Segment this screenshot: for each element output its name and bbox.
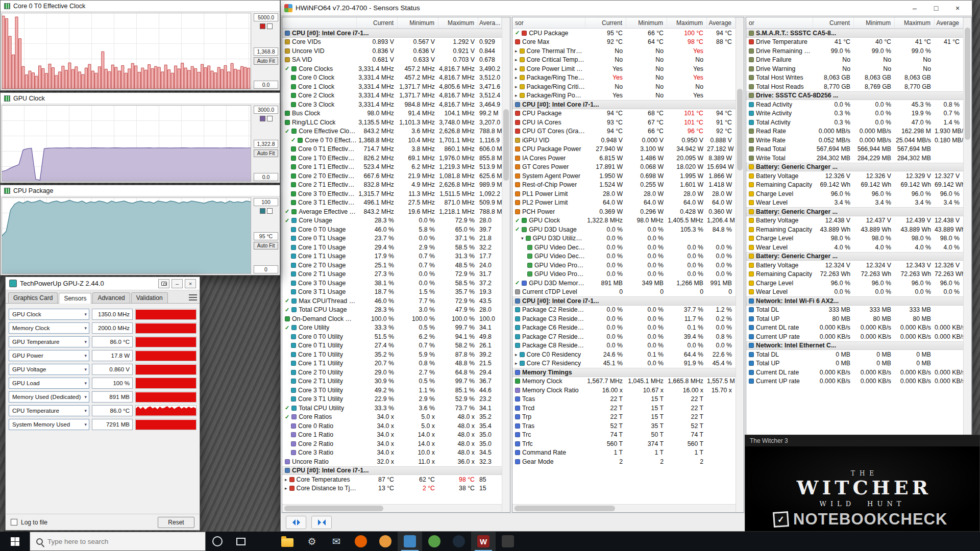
column-header-sensor[interactable] [282, 17, 357, 28]
sensor-row[interactable]: Package C2 Residency0.0 %0.0 %37.7 %1.2 … [512, 306, 736, 315]
sensor-row[interactable]: Core 0 Clock3,331.4 MHz457.2 MHz4,816.7 … [282, 73, 502, 83]
gpuz-titlebar[interactable]: TechPowerUp GPU-Z 2.44.0 – × [6, 277, 200, 290]
sensor-row[interactable]: Core 1 T0 Usage29.4 %2.9 %58.5 %32.2 [282, 243, 502, 252]
sensor-row[interactable]: PL2 Power Limit64.0 W64.0 W64.0 W64.0 W [512, 198, 736, 208]
column-header-average[interactable]: Average [935, 17, 963, 28]
sensor-row[interactable]: Package C7 Residency0.0 %0.0 %39.4 %0.8 … [512, 332, 736, 341]
sensor-row[interactable]: ✓GPU Clock1,322.8 MHz98.0 MHz1,405.5 MHz… [512, 216, 736, 226]
sensor-row[interactable]: Charge Level98.0 %98.0 %98.0 %98.0 % [746, 234, 963, 243]
graph-window-titlebar[interactable]: GPU Clock [1, 93, 280, 104]
gpuz-sensor-select[interactable]: GPU Temperature▾ [9, 336, 89, 347]
sensor-row[interactable]: Core 0 Ratio34.0 x5.0 x48.0 x35.4 [282, 421, 502, 431]
expand-arrow-icon[interactable]: ▸ [285, 486, 287, 491]
gpuz-sensor-select[interactable]: Memory Clock▾ [9, 322, 89, 334]
sensor-row[interactable]: CPU GT Cores (Graphics)94 °C66 °C96 °C92… [512, 127, 736, 136]
sensor-row[interactable]: Package C8 Residency0.0 %0.0 %0.0 %0.0 % [512, 341, 736, 350]
sensor-group-header[interactable]: Memory Timings [512, 368, 736, 377]
sensor-group-header[interactable]: S.M.A.R.T.: SSSTC CA5-8... [746, 29, 963, 38]
column-header-current[interactable]: Current [813, 17, 854, 28]
task-view-button[interactable] [229, 532, 253, 551]
scrollbar-thumb[interactable] [737, 89, 743, 170]
sensor-row[interactable]: Uncore Ratio32.0 x11.0 x36.0 x32.3 [282, 457, 502, 466]
search-input[interactable] [47, 538, 199, 545]
sensor-group-header[interactable]: CPU [#0]: Intel Core i7-1... [282, 29, 502, 38]
witcher3-icon[interactable]: W [471, 532, 496, 551]
sensor-row[interactable]: Core 2 T1 Effective Cl...832.8 MHz4.9 MH… [282, 181, 502, 190]
sensor-row[interactable]: Uncore VID0.836 V0.636 V0.921 V0.844 [282, 46, 502, 56]
sensor-row[interactable]: ▸Core C7 Residency45.1 %0.0 %91.9 %45.4 … [512, 359, 736, 368]
scale-min-box[interactable]: 0.0 [254, 81, 278, 89]
sensor-row[interactable]: ▸Package/Ring Thermal Th...YesNoYes [512, 73, 736, 83]
column-header-current[interactable]: Current [357, 17, 398, 28]
sensor-row[interactable]: ▸Package/Ring Power Limit...YesNoYes [512, 91, 736, 101]
sensor-row[interactable]: Core 2 T1 Usage27.3 %0.0 %72.9 %31.7 [282, 270, 502, 279]
sensor-row[interactable]: Battery Voltage12.324 V12.324 V12.343 V1… [746, 261, 963, 270]
sensor-row[interactable]: iGPU VID0.948 V0.000 V0.950 V0.888 V [512, 136, 736, 145]
sensor-row[interactable]: Core 0 T0 Utility51.5 %6.2 %94.1 %49.8 [282, 332, 502, 341]
sensor-row[interactable]: ✓Core Utility33.3 %0.5 %99.7 %34.1 [282, 323, 502, 333]
sensor-row[interactable]: ✓Average Effective Clock843.2 MHz19.6 MH… [282, 207, 502, 216]
sensor-row[interactable]: ▸Core Power Limit Exce...YesNoYes [512, 64, 736, 73]
close-button[interactable]: × [947, 1, 968, 15]
sensor-row[interactable]: Core 0 T1 Effective Cl...714.7 MHz3.8 MH… [282, 145, 502, 154]
sensor-row[interactable]: ✓Total CPU Utility33.3 %3.6 %73.7 %34.1 [282, 404, 502, 413]
sensor-group-header[interactable]: CPU [#0]: Intel Core i7-1... [512, 100, 736, 109]
sensor-row[interactable]: Gear Mode222 [512, 457, 736, 466]
series-checkbox[interactable] [267, 23, 273, 29]
sensor-row[interactable]: ▾GPU D3D Utilizations0.0 %0.0 % [512, 234, 736, 243]
series-color-swatch[interactable] [260, 23, 265, 29]
sensor-row[interactable]: Write Total284,302 MB284,229 MB284,302 M… [746, 154, 963, 163]
sensor-group-header[interactable]: Battery: Generic Charger ... [746, 207, 963, 216]
auto-fit-button[interactable]: Auto Fit [254, 149, 278, 157]
sensor-row[interactable]: Total Host Reads8,770 GB8,769 GB8,770 GB [746, 82, 963, 91]
sensor-row[interactable]: Total DL0 MB0 MB0 MB [746, 350, 963, 359]
sensor-row[interactable]: Core 2 T0 Utility29.0 %2.7 %64.8 %29.4 [282, 368, 502, 377]
sensor-row[interactable]: GPU Video Decode 1 ...0.0 %0.0 %0.0 %0.0… [512, 252, 736, 261]
sensor-row[interactable]: Total Activity0.3 %0.0 %47.0 %1.4 % [746, 118, 963, 127]
sensor-row[interactable]: Charge Level96.0 %96.0 %96.0 %96.0 % [746, 189, 963, 198]
sensor-row[interactable]: Core 2 T0 Usage25.1 %0.7 %48.5 %24.0 [282, 261, 502, 270]
sensor-row[interactable]: Core 3 Clock3,331.4 MHz984.8 MHz4,816.7 … [282, 100, 502, 109]
sensor-row[interactable]: ✓GPU D3D Usage0.0 %0.0 %105.3 %84.8 % [512, 225, 736, 234]
sensor-row[interactable]: Current cTDP Level0000 [512, 288, 736, 297]
sensor-row[interactable]: Total Host Writes8,063 GB8,063 GB8,063 G… [746, 73, 963, 83]
firefox-icon[interactable] [349, 532, 373, 551]
scale-min-box[interactable]: 0.0 [254, 173, 278, 181]
scrollbar-thumb[interactable] [965, 28, 970, 140]
sensor-row[interactable]: Charge Level96.0 %96.0 %96.0 %96.0 % [746, 279, 963, 288]
sensor-row[interactable]: Drive FailureNoNoNo [746, 56, 963, 65]
sensor-row[interactable]: Package C6 Residency0.0 %0.0 %0.1 %0.0 % [512, 323, 736, 333]
scrollbar-thumb[interactable] [514, 506, 615, 511]
game-launcher-icon[interactable] [373, 532, 398, 551]
vertical-scrollbar[interactable] [502, 17, 510, 512]
sensor-row[interactable]: Core 2 Ratio34.0 x14.0 x48.0 x35.0 [282, 439, 502, 448]
sensor-row[interactable]: Core 1 T0 Utility35.2 %5.9 %87.8 %39.2 [282, 350, 502, 359]
scrollbar-thumb[interactable] [284, 506, 383, 511]
sensor-row[interactable]: Battery Voltage12.438 V12.437 V12.439 V1… [746, 216, 963, 226]
expand-arrow-icon[interactable]: ▸ [515, 352, 518, 357]
sensor-row[interactable]: Core 2 T0 Effective Cl...667.6 MHz21.9 M… [282, 171, 502, 181]
scrollbar-thumb[interactable] [503, 109, 509, 181]
sensor-row[interactable]: Core 1 T0 Effective Cl...826.2 MHz69.1 M… [282, 154, 502, 163]
column-header-sensor[interactable]: sor [512, 17, 585, 28]
sensor-row[interactable]: Ring/LLC Clock3,135.5 MHz1,101.3 MHz3,74… [282, 118, 502, 127]
sensor-row[interactable]: Total UP80 MB80 MB80 MB [746, 314, 963, 323]
file-explorer-icon[interactable] [275, 532, 300, 551]
sensor-row[interactable]: Package C3 Residency0.0 %0.0 %11.7 %0.2 … [512, 314, 736, 323]
sensor-row[interactable]: Current DL rate0.000 KB/s0.000 KB/s0.000… [746, 323, 963, 333]
sensor-row[interactable]: Wear Level0.0 %0.0 %0.0 %0.0 % [746, 288, 963, 297]
sensor-group-header[interactable]: Network: Intel Wi-Fi 6 AX2... [746, 296, 963, 306]
sensor-row[interactable]: Trcd22 T15 T22 T [512, 404, 736, 413]
sensor-row[interactable]: Read Total567,694 MB566,944 MB567,694 MB [746, 145, 963, 154]
sensor-row[interactable]: ▸Core C0 Residency24.6 %0.1 %64.4 %22.6 … [512, 350, 736, 359]
sensor-row[interactable]: Rest-of-Chip Power1.524 W0.255 W1.601 W1… [512, 181, 736, 190]
sensor-group-header[interactable]: CPU [#0]: Intel Core i7-1... [282, 466, 502, 475]
maximize-button[interactable]: □ [925, 1, 947, 15]
mail-icon[interactable]: ✉ [324, 532, 349, 551]
sensor-row[interactable]: PL1 Power Limit28.0 W28.0 W28.0 W28.0 W [512, 189, 736, 198]
sensor-group-header[interactable]: Network: Intel Ethernet C... [746, 341, 963, 350]
sensor-row[interactable]: Core 3 T1 Utility22.9 %2.9 %52.9 %23.2 [282, 395, 502, 404]
gpuz-sensor-select[interactable]: System Memory Used▾ [9, 419, 89, 430]
gpuz-sensor-select[interactable]: GPU Power▾ [9, 350, 89, 361]
sensor-row[interactable]: Core 3 T0 Effective Cl...1,315.7 MHz11.3… [282, 189, 502, 198]
